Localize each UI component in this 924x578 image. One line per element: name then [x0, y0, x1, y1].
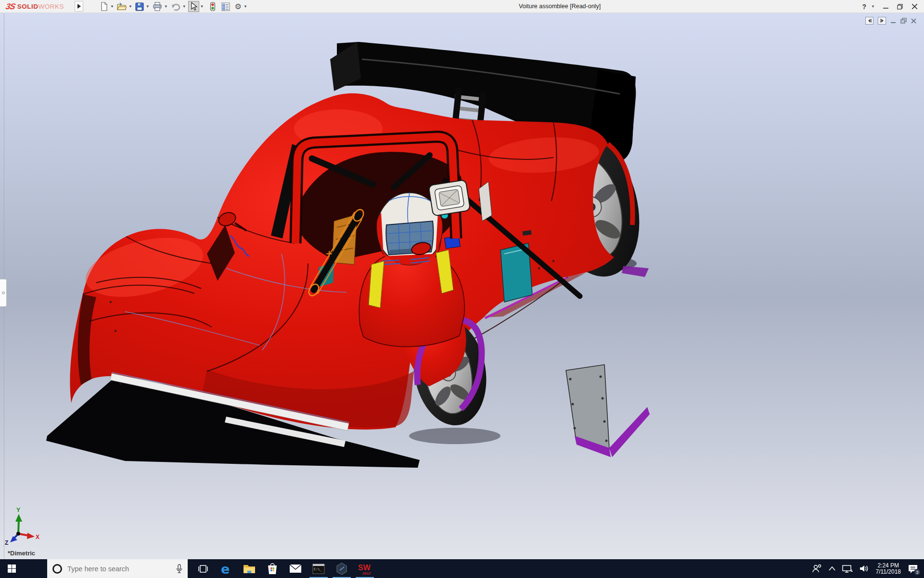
gear-icon: ⚙: [235, 2, 242, 11]
action-center-button[interactable]: 3: [908, 564, 918, 574]
file-explorer-button[interactable]: [238, 559, 261, 578]
hexagon-app-button[interactable]: [330, 559, 353, 578]
minimize-button[interactable]: [880, 2, 891, 12]
doc-restore-button[interactable]: [900, 18, 907, 24]
clock-date: 7/11/2018: [876, 569, 901, 575]
store-icon: [267, 563, 278, 575]
feature-panel-tab[interactable]: [0, 279, 7, 307]
options-caret-icon[interactable]: ▼: [244, 4, 247, 9]
task-view-icon: [198, 565, 208, 573]
open-folder-icon: [117, 2, 127, 11]
pane-left-arrow-icon: [867, 18, 872, 23]
file-properties-icon: [221, 2, 230, 11]
solidworks-2017-icon: SW 2017: [358, 562, 372, 576]
rebuild-traffic-light-icon: [210, 2, 216, 11]
standard-toolbar: ▼ ▼ ▼ ▼: [99, 1, 249, 12]
select-button[interactable]: [188, 1, 199, 12]
doc-minimize-button[interactable]: [890, 18, 896, 24]
panel-tab-dot-icon: [2, 291, 5, 294]
mail-icon: [289, 564, 302, 573]
hexagon-app-icon: [336, 563, 347, 575]
people-icon[interactable]: [811, 564, 822, 574]
svg-text:C:\_: C:\_: [314, 567, 322, 571]
3ds-logo-icon: 3S: [5, 2, 16, 12]
rebuild-button[interactable]: [209, 1, 217, 12]
command-prompt-button[interactable]: C:\_: [307, 559, 330, 578]
help-caret-icon[interactable]: ▼: [871, 4, 875, 9]
store-button[interactable]: [261, 559, 284, 578]
network-icon[interactable]: [842, 565, 853, 573]
new-document-icon: [100, 2, 108, 11]
orientation-triad: Y X Z: [5, 507, 39, 546]
svg-text:SW: SW: [358, 564, 371, 572]
restore-button[interactable]: [894, 2, 906, 12]
doc-close-button[interactable]: [911, 18, 916, 24]
print-button[interactable]: [152, 1, 163, 12]
new-document-button[interactable]: [99, 1, 109, 12]
print-caret-icon[interactable]: ▼: [164, 4, 168, 9]
save-button[interactable]: [134, 1, 145, 12]
new-caret-icon[interactable]: ▼: [110, 4, 114, 9]
title-bar: 3S SOLID WORKS ▼ ▼ ▼: [0, 0, 924, 13]
options-button[interactable]: ⚙: [234, 1, 243, 12]
view-orientation-label: *Dimetric: [8, 550, 35, 557]
doc-close-icon: [911, 18, 916, 24]
save-icon: [135, 2, 144, 11]
doc-restore-icon: [900, 18, 907, 24]
menu-flyout-button[interactable]: [75, 1, 83, 12]
print-icon: [153, 2, 162, 11]
search-input[interactable]: [67, 565, 176, 573]
restore-icon: [897, 4, 903, 10]
solidworks-button[interactable]: SW 2017: [353, 559, 376, 578]
svg-text:2017: 2017: [362, 571, 371, 576]
side-panel: [566, 365, 650, 457]
cortana-icon: [52, 564, 63, 574]
select-caret-icon[interactable]: ▼: [200, 4, 204, 9]
taskbar-clock[interactable]: 2:24 PM 7/11/2018: [876, 563, 901, 575]
solidworks-logo: 3S SOLID WORKS: [6, 1, 64, 12]
play-arrow-icon: [77, 4, 81, 9]
notification-badge: 3: [914, 569, 921, 576]
svg-text:Z: Z: [5, 539, 8, 546]
open-caret-icon[interactable]: ▼: [128, 4, 132, 9]
close-icon: [912, 4, 917, 9]
command-prompt-icon: C:\_: [312, 564, 325, 574]
help-button[interactable]: ?: [861, 3, 868, 11]
intake-box: [428, 180, 470, 216]
undo-caret-icon[interactable]: ▼: [182, 4, 186, 9]
clock-time: 2:24 PM: [876, 563, 901, 569]
hidden-icons-chevron-icon[interactable]: [829, 566, 835, 571]
volume-icon[interactable]: [860, 565, 869, 573]
edge-button[interactable]: e: [215, 559, 238, 578]
windows-logo-icon: [8, 565, 16, 573]
undo-button[interactable]: [170, 1, 181, 12]
svg-text:X: X: [36, 534, 39, 540]
minimize-icon: [883, 4, 888, 9]
graphics-viewport[interactable]: Y X Z *Dimetric: [0, 13, 924, 559]
pane-right-arrow-icon: [880, 18, 885, 23]
file-explorer-icon: [243, 564, 256, 574]
doc-minimize-icon: [890, 18, 896, 24]
open-button[interactable]: [116, 1, 128, 12]
cad-model-race-car: Y X Z: [0, 13, 924, 559]
file-properties-button[interactable]: [220, 1, 231, 12]
next-pane-button[interactable]: [878, 17, 886, 25]
start-button[interactable]: [0, 559, 23, 578]
svg-text:Y: Y: [16, 507, 20, 513]
microphone-icon[interactable]: [176, 564, 183, 574]
svg-text:e: e: [221, 563, 230, 575]
window-title: Voiture assomblee [Read-only]: [519, 3, 601, 10]
task-view-button[interactable]: [192, 559, 215, 578]
save-caret-icon[interactable]: ▼: [146, 4, 150, 9]
taskbar-search[interactable]: [47, 559, 188, 578]
edge-icon: e: [220, 563, 232, 575]
prev-pane-button[interactable]: [865, 17, 873, 25]
close-button[interactable]: [909, 2, 920, 12]
windows-taskbar: e: [0, 559, 924, 578]
undo-icon: [171, 2, 180, 11]
mail-button[interactable]: [284, 559, 307, 578]
select-cursor-icon: [190, 2, 198, 11]
